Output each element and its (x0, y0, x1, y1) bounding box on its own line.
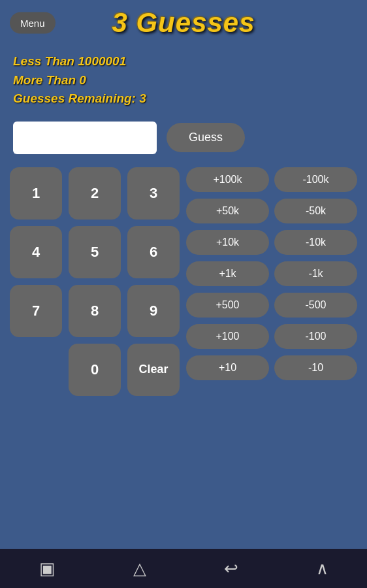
qa-row-500: +500 -500 (186, 293, 357, 318)
qa-minus-100[interactable]: -100 (274, 324, 357, 349)
qa-minus-100k[interactable]: -100k (274, 167, 357, 192)
input-row: Guess (0, 112, 367, 161)
qa-minus-1k[interactable]: -1k (274, 261, 357, 286)
number-pad: 1 2 3 4 5 6 7 8 9 (10, 167, 180, 337)
key-3[interactable]: 3 (127, 167, 180, 220)
key-8[interactable]: 8 (69, 285, 121, 337)
key-5[interactable]: 5 (69, 226, 121, 278)
qa-plus-100k[interactable]: +100k (186, 167, 269, 192)
nav-bar: ▣ △ ↩ ∧ (0, 549, 367, 588)
info-section: Less Than 1000001 More Than 0 Guesses Re… (0, 46, 367, 112)
qa-plus-10k[interactable]: +10k (186, 230, 269, 255)
nav-home-icon[interactable]: △ (133, 559, 146, 579)
qa-minus-50k[interactable]: -50k (274, 199, 357, 223)
key-2[interactable]: 2 (69, 167, 121, 220)
nav-back-icon[interactable]: ↩ (224, 559, 238, 579)
qa-minus-10[interactable]: -10 (274, 355, 357, 380)
guess-button[interactable]: Guess (167, 123, 245, 152)
key-0[interactable]: 0 (69, 344, 121, 396)
number-input[interactable] (13, 122, 157, 154)
qa-row-50k: +50k -50k (186, 199, 357, 223)
qa-minus-10k[interactable]: -10k (274, 230, 357, 255)
key-1[interactable]: 1 (10, 167, 62, 220)
game-title: 3 Guesses (112, 7, 255, 39)
qa-row-100k: +100k -100k (186, 167, 357, 192)
keypad-area: 1 2 3 4 5 6 7 8 9 0 Clear +100k -100k +5… (0, 161, 367, 402)
key-9[interactable]: 9 (127, 285, 180, 337)
qa-plus-1k[interactable]: +1k (186, 261, 269, 286)
top-bar: Menu 3 Guesses (0, 0, 367, 46)
qa-plus-100[interactable]: +100 (186, 324, 269, 349)
quick-add-panel: +100k -100k +50k -50k +10k -10k +1k -1k … (186, 167, 357, 396)
qa-row-10: +10 -10 (186, 355, 357, 380)
nav-up-icon[interactable]: ∧ (316, 559, 328, 579)
more-than-label: More Than 0 (13, 71, 354, 90)
key-4[interactable]: 4 (10, 226, 62, 278)
qa-plus-500[interactable]: +500 (186, 293, 269, 318)
qa-plus-50k[interactable]: +50k (186, 199, 269, 223)
key-7[interactable]: 7 (10, 285, 62, 337)
key-clear[interactable]: Clear (127, 344, 180, 396)
less-than-label: Less Than 1000001 (13, 52, 354, 71)
qa-row-10k: +10k -10k (186, 230, 357, 255)
qa-plus-10[interactable]: +10 (186, 355, 269, 380)
qa-row-1k: +1k -1k (186, 261, 357, 286)
nav-recent-apps-icon[interactable]: ▣ (39, 559, 56, 579)
qa-row-100: +100 -100 (186, 324, 357, 349)
menu-button[interactable]: Menu (10, 12, 56, 34)
guesses-remaining-label: Guesses Remaining: 3 (13, 90, 354, 108)
key-6[interactable]: 6 (127, 226, 180, 278)
qa-minus-500[interactable]: -500 (274, 293, 357, 318)
